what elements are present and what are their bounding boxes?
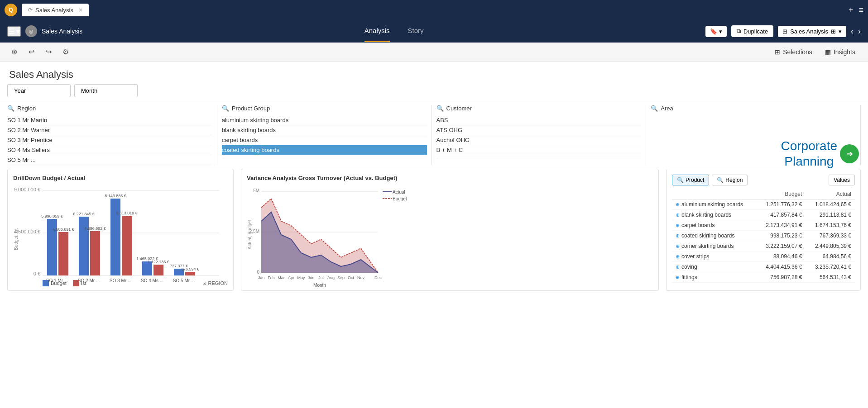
list-item[interactable]: Auchof OHG <box>436 135 642 145</box>
customer-list: ABS ATS OHG Auchof OHG B + M + C <box>436 115 642 158</box>
table-row[interactable]: ⊕blank skirting boards 417.857,84 € 291.… <box>672 210 855 220</box>
tab-story[interactable]: Story <box>408 20 424 42</box>
active-tab[interactable]: ⟳ Sales Analysis × <box>22 4 89 16</box>
insights-button[interactable]: ▦ Insights <box>820 46 861 58</box>
smart-search-button[interactable]: ⊕ <box>7 45 21 59</box>
bar-actual-5[interactable] <box>185 272 195 275</box>
svg-text:Dec: Dec <box>374 275 382 280</box>
svg-text:9.000.000 €: 9.000.000 € <box>14 187 40 192</box>
undo-icon: ↩ <box>29 47 34 56</box>
bar-budget-2[interactable] <box>79 217 89 275</box>
tab-close-button[interactable]: × <box>79 6 82 14</box>
list-item[interactable]: SO 2 Mr Warner <box>7 125 212 135</box>
redo-icon: ↪ <box>46 47 52 56</box>
list-item[interactable]: carpet boards <box>222 135 427 145</box>
corporate-text-line1: Corporate <box>781 138 837 154</box>
list-item[interactable]: SO 4 Ms Sellers <box>7 145 212 155</box>
variance-chart-title: Variance Analysis Gross Turnover (Actual… <box>247 175 653 181</box>
settings-icon: ⚙ <box>62 47 69 56</box>
list-item[interactable]: B + M + C <box>436 145 642 155</box>
expand-icon[interactable]: ⊕ <box>676 223 680 228</box>
list-item[interactable]: ABS <box>436 115 642 125</box>
legend-budget-color <box>43 280 49 286</box>
table-chart: 🔍 Product 🔍 Region Values Budget Actual <box>666 169 861 291</box>
customer-filter: 🔍 Customer ABS ATS OHG Auchof OHG B + M … <box>432 105 647 165</box>
list-item[interactable]: aluminium skirting boards <box>222 115 427 125</box>
svg-text:Aug: Aug <box>327 275 335 280</box>
table-row[interactable]: ⊕cover strips 88.094,46 € 64.984,56 € <box>672 251 855 262</box>
region-filter-label: Region <box>725 177 743 183</box>
expand-icon[interactable]: ⊕ <box>676 264 680 270</box>
bar-budget-3[interactable] <box>110 199 120 275</box>
bookmark-dropdown-icon: ▾ <box>719 28 722 35</box>
selections-button[interactable]: ⊞ Selections <box>769 46 818 58</box>
table-row[interactable]: ⊕coving 4.404.415,36 € 3.235.720,41 € <box>672 262 855 272</box>
year-filter[interactable]: Year <box>7 84 71 97</box>
bar-actual-3[interactable] <box>122 216 132 275</box>
expand-icon[interactable]: ⊕ <box>676 243 680 249</box>
sheet-selector-button[interactable]: ⊞ Sales Analysis ⊞ ▾ <box>778 26 846 37</box>
list-item[interactable]: SO 3 Mr Prentice <box>7 135 212 145</box>
corporate-text-line2: Planning <box>781 154 837 169</box>
region-search-icon[interactable]: 🔍 <box>7 105 14 112</box>
list-item[interactable]: SO 5 Mr ... <box>7 155 212 165</box>
svg-text:Budget: Budget <box>393 196 407 201</box>
list-item-selected[interactable]: coated skirting boards <box>222 145 427 155</box>
menu-button[interactable]: ≡ <box>858 5 863 15</box>
svg-text:8.143.886 €: 8.143.886 € <box>105 194 126 198</box>
add-tab-button[interactable]: + <box>849 5 854 15</box>
table-row[interactable]: ⊕aluminium skirting boards 1.251.776,32 … <box>672 199 855 210</box>
nav-bar: ☰ ▾ ◎ Sales Analysis Analysis Story 🔖 ▾ … <box>0 20 868 43</box>
table-row[interactable]: ⊕corner skirting boards 3.222.159,07 € 2… <box>672 241 855 251</box>
expand-icon[interactable]: ⊕ <box>676 233 680 238</box>
row-name: ⊕cover strips <box>672 251 757 262</box>
list-item[interactable]: SO 1 Mr Martin <box>7 115 212 125</box>
customer-label: Customer <box>446 105 472 112</box>
expand-icon[interactable]: ⊕ <box>676 202 680 207</box>
list-item[interactable] <box>222 155 427 158</box>
expand-icon[interactable]: ⊕ <box>676 275 680 280</box>
sheet-arrow-icon: ▾ <box>839 28 842 35</box>
redo-button[interactable]: ↪ <box>42 45 55 59</box>
duplicate-button[interactable]: ⧉ Duplicate <box>731 25 773 37</box>
table-row[interactable]: ⊕fittings 756.987,28 € 564.531,43 € <box>672 272 855 283</box>
expand-icon[interactable]: ⊕ <box>676 254 680 259</box>
area-search-icon[interactable]: 🔍 <box>651 105 658 112</box>
nav-app-title: Sales Analysis <box>42 28 82 35</box>
svg-text:0: 0 <box>257 270 259 275</box>
product-filter-button[interactable]: 🔍 Product <box>672 175 709 185</box>
nav-arrow-left[interactable]: ‹ <box>851 27 854 36</box>
bar-actual-1[interactable] <box>58 232 68 275</box>
bookmark-button[interactable]: 🔖 ▾ <box>705 26 727 37</box>
svg-text:Budget, Ist: Budget, Ist <box>14 228 19 250</box>
svg-text:376.594 €: 376.594 € <box>181 267 199 271</box>
app-nav-icon: ◎ <box>25 25 37 37</box>
month-filter[interactable]: Month <box>74 84 138 97</box>
bar-actual-2[interactable] <box>90 231 100 275</box>
tab-analysis[interactable]: Analysis <box>364 20 390 42</box>
row-actual: 1.674.153,76 € <box>806 220 855 231</box>
region-filter-button[interactable]: 🔍 Region <box>712 175 748 185</box>
filter-area: Year Month <box>0 84 868 97</box>
product-group-search-icon[interactable]: 🔍 <box>222 105 229 112</box>
table-row[interactable]: ⊕carpet boards 2.173.434,91 € 1.674.153,… <box>672 220 855 231</box>
svg-text:Mar: Mar <box>278 275 285 280</box>
undo-button[interactable]: ↩ <box>24 45 38 59</box>
svg-text:Nov: Nov <box>357 275 365 280</box>
table-row[interactable]: ⊕coated skirting boards 998.175,23 € 767… <box>672 231 855 241</box>
drilldown-chart: DrillDown Budget / Actual 9.000.000 € 4.… <box>7 169 234 291</box>
svg-text:5M: 5M <box>253 188 259 193</box>
nav-arrow-right[interactable]: › <box>858 27 861 36</box>
list-item[interactable] <box>436 155 642 158</box>
row-actual: 564.531,43 € <box>806 272 855 283</box>
col-header-name <box>672 189 757 199</box>
expand-icon[interactable]: ⊕ <box>676 212 680 218</box>
values-button[interactable]: Values <box>829 175 855 185</box>
dimension-filters: 🔍 Region SO 1 Mr Martin SO 2 Mr Warner S… <box>0 101 868 165</box>
settings-button[interactable]: ⚙ <box>59 45 72 59</box>
hamburger-menu-button[interactable]: ☰ ▾ <box>7 26 21 37</box>
bar-actual-4[interactable] <box>153 265 163 275</box>
list-item[interactable]: blank skirting boards <box>222 125 427 135</box>
customer-search-icon[interactable]: 🔍 <box>436 105 444 112</box>
list-item[interactable]: ATS OHG <box>436 125 642 135</box>
